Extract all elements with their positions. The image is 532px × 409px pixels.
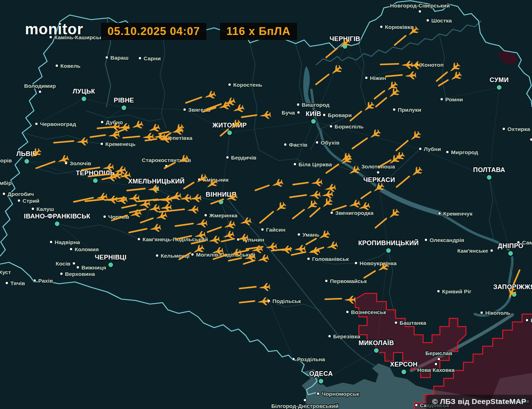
- oblast-capital-dot[interactable]: [401, 369, 407, 375]
- town-dot[interactable]: [72, 262, 75, 265]
- shahed-drone-icon[interactable]: [180, 194, 192, 203]
- shahed-drone-icon[interactable]: [309, 191, 321, 200]
- town-dot[interactable]: [55, 64, 58, 67]
- town-dot[interactable]: [418, 10, 421, 13]
- town-dot[interactable]: [330, 125, 332, 128]
- town-dot[interactable]: [328, 335, 331, 338]
- oblast-capital-dot[interactable]: [386, 248, 391, 253]
- shahed-drone-icon[interactable]: [115, 196, 128, 206]
- town-dot[interactable]: [437, 358, 440, 360]
- town-dot[interactable]: [261, 228, 264, 231]
- town-dot[interactable]: [139, 57, 141, 60]
- shahed-drone-icon[interactable]: [259, 111, 271, 120]
- shahed-drone-icon[interactable]: [321, 190, 333, 200]
- shahed-drone-icon[interactable]: [408, 130, 422, 143]
- shahed-drone-icon[interactable]: [410, 61, 421, 69]
- town-dot[interactable]: [346, 310, 349, 313]
- town-dot[interactable]: [5, 282, 8, 284]
- town-dot[interactable]: [307, 257, 310, 260]
- town-dot[interactable]: [395, 321, 397, 324]
- oblast-capital-dot[interactable]: [81, 96, 87, 102]
- town-dot[interactable]: [490, 249, 493, 252]
- town-dot[interactable]: [440, 98, 443, 101]
- shahed-drone-icon[interactable]: [330, 64, 343, 77]
- shahed-drone-icon[interactable]: [362, 101, 376, 114]
- town-dot[interactable]: [480, 311, 483, 314]
- shahed-drone-icon[interactable]: [401, 61, 413, 69]
- town-dot[interactable]: [50, 241, 52, 243]
- shahed-drone-icon[interactable]: [196, 219, 208, 228]
- shahed-drone-icon[interactable]: [449, 70, 463, 83]
- town-dot[interactable]: [33, 279, 36, 282]
- town-dot[interactable]: [526, 319, 528, 322]
- town-dot[interactable]: [426, 19, 429, 22]
- town-dot[interactable]: [317, 392, 320, 395]
- shahed-drone-icon[interactable]: [348, 199, 361, 210]
- shahed-drone-icon[interactable]: [149, 223, 161, 233]
- shahed-drone-icon[interactable]: [147, 123, 161, 135]
- shahed-drone-icon[interactable]: [223, 220, 236, 231]
- town-dot[interactable]: [325, 279, 328, 282]
- oblast-capital-dot[interactable]: [24, 158, 30, 164]
- oblast-capital-dot[interactable]: [108, 262, 114, 268]
- shahed-drone-icon[interactable]: [131, 120, 144, 131]
- town-dot[interactable]: [284, 143, 287, 146]
- shahed-drone-icon[interactable]: [155, 211, 168, 222]
- town-dot[interactable]: [297, 103, 300, 106]
- shahed-drone-icon[interactable]: [410, 166, 423, 179]
- town-dot[interactable]: [76, 266, 79, 269]
- town-dot[interactable]: [70, 248, 72, 251]
- town-dot[interactable]: [101, 121, 104, 123]
- town-dot[interactable]: [100, 142, 103, 145]
- shahed-drone-icon[interactable]: [256, 254, 270, 265]
- shahed-drone-icon[interactable]: [344, 296, 356, 304]
- oblast-capital-dot[interactable]: [311, 118, 316, 124]
- town-dot[interactable]: [2, 192, 5, 195]
- town-dot[interactable]: [17, 199, 20, 202]
- shahed-drone-icon[interactable]: [308, 247, 320, 257]
- town-dot[interactable]: [60, 272, 63, 275]
- shahed-drone-icon[interactable]: [187, 205, 199, 214]
- town-dot[interactable]: [415, 404, 418, 407]
- oblast-capital-dot[interactable]: [486, 175, 492, 180]
- town-dot[interactable]: [425, 238, 427, 241]
- oblast-capital-dot[interactable]: [121, 105, 127, 111]
- town-dot[interactable]: [297, 111, 300, 114]
- shahed-drone-icon[interactable]: [56, 154, 70, 165]
- town-dot[interactable]: [297, 233, 300, 236]
- oblast-capital-dot[interactable]: [508, 251, 513, 256]
- shahed-drone-icon[interactable]: [190, 194, 202, 203]
- oblast-capital-dot[interactable]: [54, 221, 60, 227]
- town-dot[interactable]: [393, 108, 396, 111]
- town-dot[interactable]: [35, 122, 38, 125]
- town-dot[interactable]: [435, 363, 437, 365]
- town-dot[interactable]: [330, 211, 333, 214]
- town-dot[interactable]: [437, 290, 440, 293]
- town-dot[interactable]: [183, 108, 186, 111]
- shahed-drone-icon[interactable]: [368, 128, 382, 141]
- shahed-drone-icon[interactable]: [387, 208, 401, 221]
- town-dot[interactable]: [137, 238, 140, 241]
- oblast-capital-dot[interactable]: [318, 378, 324, 384]
- town-dot[interactable]: [31, 207, 34, 210]
- town-dot[interactable]: [365, 76, 368, 79]
- town-dot[interactable]: [316, 141, 318, 144]
- shahed-drone-icon[interactable]: [311, 178, 323, 187]
- oblast-capital-dot[interactable]: [373, 348, 379, 353]
- town-dot[interactable]: [419, 147, 422, 150]
- town-dot[interactable]: [530, 138, 532, 141]
- shahed-drone-icon[interactable]: [257, 297, 269, 306]
- town-dot[interactable]: [446, 151, 449, 153]
- shahed-drone-icon[interactable]: [232, 103, 245, 115]
- town-dot[interactable]: [380, 25, 383, 28]
- town-dot[interactable]: [292, 358, 295, 360]
- town-dot[interactable]: [355, 262, 357, 264]
- town-dot[interactable]: [502, 127, 505, 130]
- town-dot[interactable]: [39, 90, 41, 93]
- town-dot[interactable]: [323, 113, 326, 116]
- town-dot[interactable]: [156, 254, 159, 257]
- oblast-capital-dot[interactable]: [496, 85, 502, 90]
- shahed-drone-icon[interactable]: [324, 183, 336, 193]
- town-dot[interactable]: [293, 163, 296, 166]
- town-dot[interactable]: [204, 214, 207, 217]
